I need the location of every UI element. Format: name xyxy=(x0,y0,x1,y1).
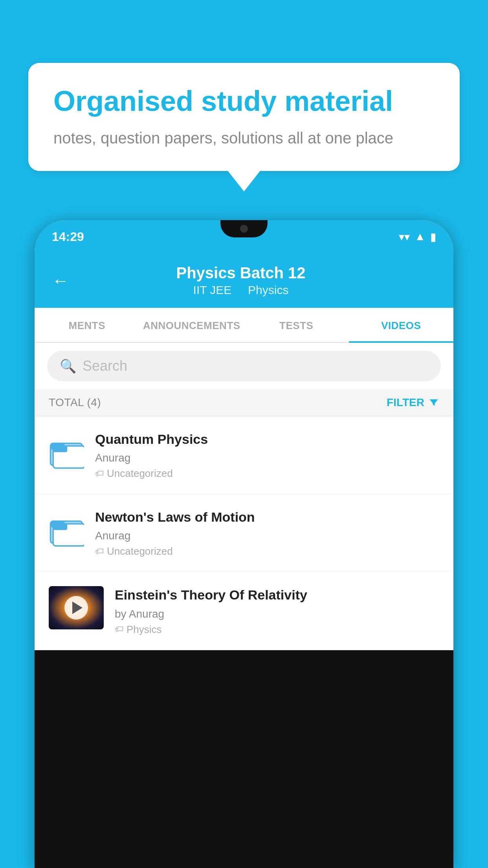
list-item[interactable]: Einstein's Theory Of Relativity by Anura… xyxy=(35,572,453,650)
search-bar-wrapper: 🔍 Search xyxy=(35,343,453,389)
batch-subtitle: IIT JEE Physics xyxy=(80,283,402,297)
folder-icon xyxy=(49,434,84,471)
video-title: Quantum Physics xyxy=(95,430,439,448)
tag-label: Physics xyxy=(127,623,162,636)
speech-bubble-subtext: notes, question papers, solutions all at… xyxy=(53,127,435,149)
status-icons: ▾▾ ▲ ▮ xyxy=(399,230,436,243)
tab-announcements[interactable]: ANNOUNCEMENTS xyxy=(139,308,244,342)
header-title-area: Physics Batch 12 IIT JEE Physics xyxy=(80,264,402,297)
search-bar[interactable]: 🔍 Search xyxy=(47,351,441,381)
back-button[interactable]: ← xyxy=(52,271,69,291)
video-thumbnail[interactable] xyxy=(49,586,104,629)
tag-label: Uncategorized xyxy=(107,545,173,557)
tab-videos[interactable]: VIDEOS xyxy=(349,308,454,342)
batch-title: Physics Batch 12 xyxy=(80,264,402,282)
video-title: Einstein's Theory Of Relativity xyxy=(115,586,439,603)
speech-bubble-heading: Organised study material xyxy=(53,85,435,118)
status-bar: 14:29 ▾▾ ▲ ▮ xyxy=(35,220,453,253)
filter-bar: TOTAL (4) FILTER xyxy=(35,389,453,416)
tag-icon: 🏷 xyxy=(115,624,123,634)
tab-tests[interactable]: TESTS xyxy=(244,308,349,342)
video-info: Newton's Laws of Motion Anurag 🏷 Uncateg… xyxy=(95,508,439,557)
filter-button[interactable]: FILTER xyxy=(387,396,439,409)
tag-label: Uncategorized xyxy=(107,467,173,480)
tab-ments[interactable]: MENTS xyxy=(35,308,139,342)
speech-bubble-card: Organised study material notes, question… xyxy=(28,63,460,171)
filter-label: FILTER xyxy=(387,396,424,409)
camera-notch xyxy=(240,225,248,233)
list-item[interactable]: Newton's Laws of Motion Anurag 🏷 Uncateg… xyxy=(35,494,453,572)
status-time: 14:29 xyxy=(52,230,84,244)
video-list: Quantum Physics Anurag 🏷 Uncategorized xyxy=(35,416,453,650)
video-info: Einstein's Theory Of Relativity by Anura… xyxy=(115,586,439,635)
list-item[interactable]: Quantum Physics Anurag 🏷 Uncategorized xyxy=(35,416,453,494)
wifi-icon: ▾▾ xyxy=(399,230,410,243)
total-count-label: TOTAL (4) xyxy=(49,396,101,409)
tag-icon: 🏷 xyxy=(95,469,104,479)
search-input[interactable]: Search xyxy=(83,358,127,374)
subtitle-tag-physics: Physics xyxy=(248,283,288,296)
app-header: ← Physics Batch 12 IIT JEE Physics xyxy=(35,253,453,308)
battery-icon: ▮ xyxy=(430,230,436,243)
phone-notch xyxy=(220,220,268,237)
phone-frame: 14:29 ▾▾ ▲ ▮ ← Physics Batch 12 IIT JEE … xyxy=(35,220,453,868)
video-title: Newton's Laws of Motion xyxy=(95,508,439,526)
svg-rect-7 xyxy=(53,524,67,530)
folder-icon xyxy=(49,511,84,548)
video-tag: 🏷 Uncategorized xyxy=(95,545,439,557)
signal-icon: ▲ xyxy=(415,230,426,243)
play-icon xyxy=(72,601,83,614)
video-author: Anurag xyxy=(95,452,439,464)
filter-funnel-icon xyxy=(428,397,439,408)
subtitle-tag-iit: IIT JEE xyxy=(193,283,232,296)
tag-icon: 🏷 xyxy=(95,546,104,557)
video-author: by Anurag xyxy=(115,608,439,620)
video-author: Anurag xyxy=(95,530,439,542)
video-tag: 🏷 Physics xyxy=(115,623,439,636)
search-icon: 🔍 xyxy=(60,358,76,374)
video-tag: 🏷 Uncategorized xyxy=(95,467,439,480)
video-info: Quantum Physics Anurag 🏷 Uncategorized xyxy=(95,430,439,480)
svg-rect-3 xyxy=(53,446,67,452)
tabs-bar: MENTS ANNOUNCEMENTS TESTS VIDEOS xyxy=(35,308,453,343)
play-button[interactable] xyxy=(64,596,88,620)
